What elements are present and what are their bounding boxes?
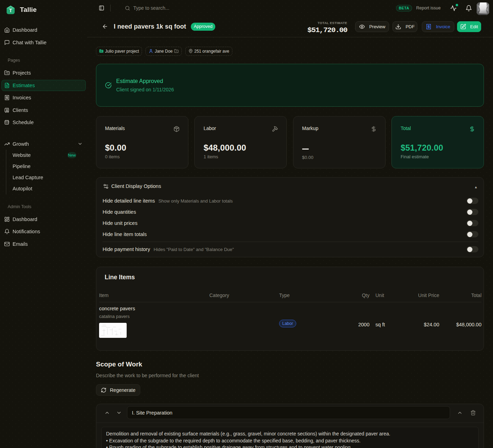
svg-text:T: T xyxy=(9,8,12,13)
